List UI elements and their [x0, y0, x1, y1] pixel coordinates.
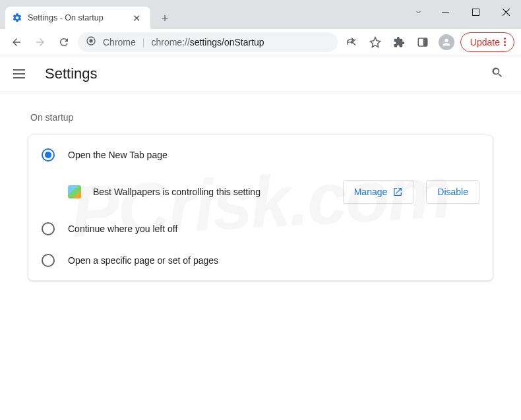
browser-tab[interactable]: Settings - On startup ✕: [5, 7, 150, 29]
radio-icon[interactable]: [42, 148, 55, 162]
new-tab-button[interactable]: +: [156, 9, 174, 28]
reload-icon[interactable]: [54, 32, 74, 52]
maximize-icon[interactable]: [460, 0, 491, 24]
window-titlebar: Settings - On startup ✕ +: [0, 0, 521, 29]
settings-app-header: Settings: [0, 55, 521, 92]
bookmark-star-icon[interactable]: [365, 32, 385, 52]
omnibox-source: Chrome: [103, 37, 136, 47]
back-icon[interactable]: [7, 32, 26, 52]
window-controls: [406, 0, 521, 24]
controlled-by-extension-row: Best Wallpapers is controlling this sett…: [28, 171, 493, 213]
disable-button[interactable]: Disable: [426, 180, 479, 204]
manage-button[interactable]: Manage: [343, 180, 415, 204]
disable-label: Disable: [437, 187, 468, 197]
option-label: Continue where you left off: [68, 224, 177, 234]
svg-rect-1: [472, 9, 479, 15]
chevron-down-icon[interactable]: [406, 0, 430, 24]
svg-point-3: [89, 39, 92, 42]
update-button[interactable]: Update: [460, 32, 514, 52]
hamburger-menu-icon[interactable]: [13, 66, 29, 82]
forward-icon: [30, 32, 50, 52]
close-window-icon[interactable]: [491, 0, 521, 24]
section-title: On startup: [30, 112, 493, 123]
option-continue[interactable]: Continue where you left off: [28, 213, 493, 245]
kebab-menu-icon: [504, 38, 506, 46]
open-external-icon: [392, 187, 403, 197]
update-label: Update: [470, 37, 500, 47]
browser-toolbar: Chrome | chrome://settings/onStartup Upd…: [0, 29, 521, 55]
gear-icon: [12, 13, 22, 23]
extension-icon: [68, 185, 81, 198]
side-panel-icon[interactable]: [413, 32, 433, 52]
option-new-tab[interactable]: Open the New Tab page: [28, 139, 493, 171]
settings-content: On startup Open the New Tab page Best Wa…: [0, 92, 521, 297]
controlled-text: Best Wallpapers is controlling this sett…: [93, 187, 331, 197]
startup-options-card: Open the New Tab page Best Wallpapers is…: [28, 135, 493, 281]
minimize-icon[interactable]: [430, 0, 460, 24]
option-specific-pages[interactable]: Open a specific page or set of pages: [28, 245, 493, 276]
svg-rect-5: [423, 38, 427, 46]
search-icon[interactable]: [487, 62, 508, 86]
radio-icon[interactable]: [42, 254, 55, 267]
option-label: Open a specific page or set of pages: [68, 255, 218, 266]
site-info-icon[interactable]: [86, 36, 96, 48]
svg-rect-0: [442, 12, 449, 13]
tab-title: Settings - On startup: [28, 13, 125, 22]
extensions-puzzle-icon[interactable]: [389, 32, 409, 52]
close-tab-icon[interactable]: ✕: [130, 12, 144, 24]
address-bar[interactable]: Chrome | chrome://settings/onStartup: [78, 32, 338, 52]
manage-label: Manage: [354, 187, 388, 197]
profile-avatar-icon[interactable]: [437, 32, 456, 52]
option-label: Open the New Tab page: [68, 150, 168, 160]
radio-icon[interactable]: [42, 222, 55, 235]
omnibox-url: chrome://settings/onStartup: [151, 37, 264, 47]
share-icon[interactable]: [342, 32, 361, 52]
page-title: Settings: [45, 65, 471, 82]
